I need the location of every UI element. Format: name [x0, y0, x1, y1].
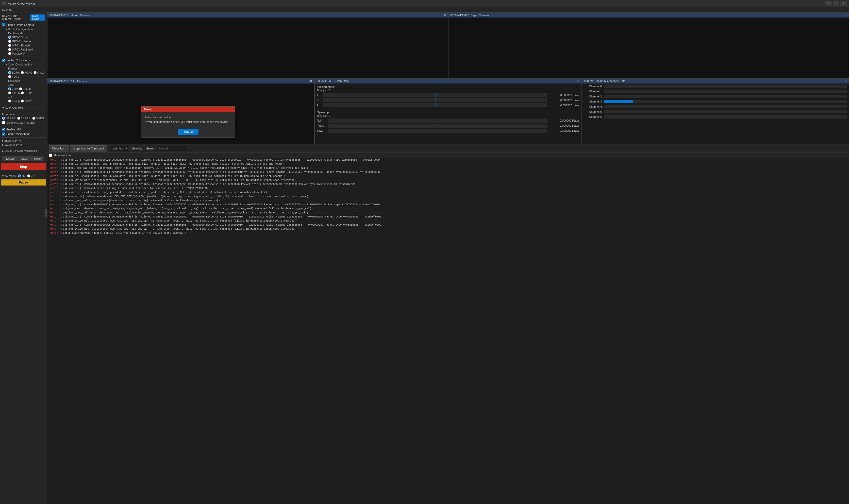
- pause-button[interactable]: Pause: [1, 179, 46, 185]
- search-input[interactable]: [157, 146, 187, 151]
- mic-ch1-label: Channel 1: [584, 90, 602, 93]
- 2160p-option: 2160p: [21, 91, 33, 94]
- log-bracket-close: ]:: [59, 159, 62, 161]
- log-line: [ error ]: usb_cmd_io(). Command(000000F…: [47, 215, 849, 219]
- color-format-row: BGRA MJPG NV12 YUV2: [7, 71, 46, 79]
- log-level-badge: error: [50, 175, 59, 178]
- log-line: [ error ]: usb_cmd_write_with_status(dep…: [47, 219, 849, 223]
- error-message-line2: If you unplugged the device, you must cl…: [145, 120, 231, 124]
- log-level-badge: error: [50, 199, 59, 202]
- log-line: [ error ]: usb_cmd_io(usbcmd_handle, cmd…: [47, 191, 849, 195]
- passive-ir-radio[interactable]: [8, 52, 11, 55]
- 5fps-radio[interactable]: [32, 117, 35, 120]
- log-bracket-close: ]:: [59, 203, 62, 206]
- internal-sync-link[interactable]: Internal Sync: [1, 139, 46, 143]
- dismiss-button[interactable]: Dismiss: [178, 129, 198, 135]
- log-bracket-open: [: [48, 159, 50, 161]
- 1440p-radio[interactable]: [8, 91, 11, 94]
- filter-select[interactable]: Warning Error Info: [111, 146, 129, 151]
- 1080p-radio[interactable]: [19, 87, 22, 90]
- reset-button[interactable]: Reset: [32, 156, 44, 161]
- show-line-info-checkbox[interactable]: [49, 154, 52, 157]
- bgra-radio[interactable]: [8, 71, 11, 74]
- minimize-button[interactable]: —: [825, 1, 832, 6]
- restore-button[interactable]: Restore: [2, 156, 18, 161]
- disable-led-checkbox[interactable]: [2, 121, 5, 124]
- 30fps-radio[interactable]: [2, 117, 5, 120]
- wfov-unbinned-radio[interactable]: [8, 48, 11, 51]
- color-camera-title-bar: 000824193612: Color Camera ✕: [48, 79, 314, 84]
- microphone-close-icon[interactable]: ✕: [845, 79, 847, 83]
- log-line: [ error ]: colormcu_set_multi_device_mod…: [47, 199, 849, 203]
- log-text: colormcu_set_multi_device_mode(device->c…: [63, 199, 848, 202]
- gyro-pitch-row: Pitch: 0.000000 Rad/s: [317, 123, 579, 128]
- main-layout: Device S/N: 000824193612 Close device En…: [0, 13, 849, 504]
- mjpg-radio[interactable]: [21, 71, 24, 74]
- imu-close-icon[interactable]: ✕: [577, 79, 579, 83]
- close-button[interactable]: ✕: [841, 1, 847, 6]
- color-camera-close-icon[interactable]: ✕: [310, 79, 312, 83]
- accel-x-label: X:: [317, 94, 322, 97]
- color-controls-header[interactable]: Color Controls: [1, 105, 46, 110]
- enable-color-camera-label: Enable Color Camera: [6, 59, 33, 62]
- log-bracket-close: ]:: [59, 232, 62, 234]
- 1536p-radio[interactable]: [8, 100, 11, 103]
- nv12-radio[interactable]: [34, 71, 37, 74]
- depth-mode-passive-row: Passive IR: [7, 52, 46, 56]
- 3d-radio[interactable]: [27, 174, 30, 177]
- 3072p-radio[interactable]: [21, 100, 24, 103]
- color-format-section: Format BGRA MJPG NV12: [4, 67, 46, 103]
- 720p-radio[interactable]: [8, 87, 11, 90]
- log-bracket-close: ]:: [59, 195, 62, 198]
- yuv2-radio[interactable]: [8, 75, 11, 78]
- microphone-title: 000824193612: Microphone Data: [584, 79, 626, 83]
- log-level-badge: error: [50, 171, 59, 174]
- nv12-option: NV12: [34, 71, 44, 74]
- nfov-unbinned-radio[interactable]: [8, 40, 11, 43]
- enable-depth-camera-row: Enable Depth Camera: [1, 23, 46, 27]
- wfov-binned-radio[interactable]: [8, 44, 11, 47]
- log-bracket-open: [: [48, 232, 50, 234]
- infrared-camera-body: [48, 18, 448, 78]
- infrared-camera-title: 000824193612: Infrared Camera: [50, 14, 90, 17]
- imu-title: 000824193612: IMU Data: [317, 79, 349, 83]
- infrared-camera-close-icon[interactable]: ✕: [444, 14, 446, 17]
- accel-y-row: Y: 0.000000 m/s/s: [317, 98, 579, 103]
- device-row: Device S/N: 000824193612 Close device: [1, 14, 46, 21]
- save-button[interactable]: Save: [19, 156, 31, 161]
- depth-camera-close-icon[interactable]: ✕: [845, 14, 847, 17]
- accel-x-bar: [323, 93, 547, 97]
- show-line-info-label: Show line info: [53, 154, 71, 157]
- 2d-radio[interactable]: [18, 174, 21, 177]
- enable-imu-checkbox[interactable]: [2, 128, 5, 131]
- log-text: usb_cmd_io(usbcmd_handle, cmd, p_cmd_dat…: [63, 191, 848, 194]
- copy-log-button[interactable]: Copy Log to Clipboard: [70, 145, 107, 151]
- 15fps-radio[interactable]: [17, 117, 20, 120]
- depth-config-header[interactable]: Depth Configuration: [4, 27, 46, 31]
- enable-microphone-checkbox[interactable]: [2, 132, 5, 136]
- color-config-header[interactable]: Color Configuration: [4, 62, 46, 67]
- 2160p-radio[interactable]: [21, 91, 24, 94]
- firmware-link[interactable]: Device Firmware Version Info: [1, 149, 46, 153]
- camera-bottom-grid: 000824193612: Color Camera ✕ 00082419361…: [47, 78, 849, 144]
- log-text: usb_cmd_io(). Command(000000F2) sequence…: [63, 215, 848, 218]
- mic-ch3-bar: [604, 100, 847, 103]
- stop-button[interactable]: Stop: [1, 163, 46, 170]
- mic-ch3-row: Channel 3: [584, 100, 847, 103]
- nfov-binned-radio[interactable]: [8, 36, 11, 39]
- log-bracket-close: ]:: [59, 179, 62, 182]
- nfov-unbinned-label: NFOV Unbinned: [12, 40, 33, 43]
- clear-log-button[interactable]: Clear Log: [49, 145, 69, 151]
- gyro-pitch-fill: [438, 124, 438, 128]
- log-bracket-open: [: [48, 215, 50, 218]
- maximize-button[interactable]: □: [833, 1, 839, 6]
- close-device-button[interactable]: Close device: [31, 15, 45, 21]
- mic-ch4-label: Channel 4: [584, 105, 602, 108]
- external-sync-link[interactable]: External Sync: [1, 143, 46, 147]
- log-content[interactable]: [ error ]: usb_cmd_io(). Command(0000002…: [47, 158, 849, 504]
- enable-depth-camera-checkbox[interactable]: [2, 23, 5, 26]
- enable-color-camera-checkbox[interactable]: [2, 59, 5, 62]
- 5fps-label: 5 FPS: [36, 117, 44, 120]
- depth-camera-title-bar: 000824193612: Depth Camera ✕: [449, 13, 849, 18]
- ratio-43-label: 4:3: [7, 95, 46, 99]
